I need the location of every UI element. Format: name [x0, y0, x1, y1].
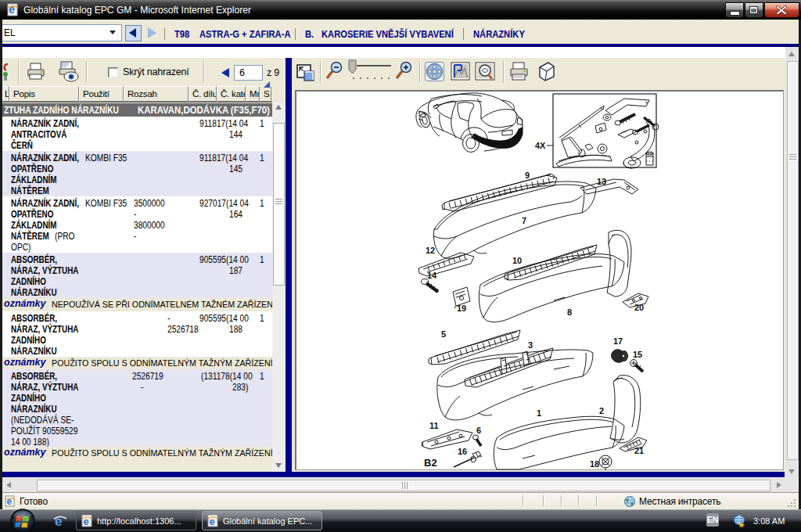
svg-text:6: 6 — [476, 426, 481, 435]
svg-text:20: 20 — [634, 303, 644, 312]
svg-text:8: 8 — [567, 307, 572, 317]
svg-text:16: 16 — [458, 447, 467, 456]
svg-text:2: 2 — [599, 406, 604, 415]
svg-text:15: 15 — [633, 350, 642, 359]
svg-text:11: 11 — [429, 421, 439, 430]
svg-text:5: 5 — [441, 329, 446, 339]
svg-text:e: e — [9, 3, 15, 16]
svg-text:12: 12 — [426, 246, 435, 255]
svg-text:18: 18 — [590, 459, 599, 469]
svg-text:10: 10 — [512, 256, 522, 265]
svg-text:3: 3 — [528, 340, 533, 350]
svg-text:4X: 4X — [535, 141, 546, 150]
svg-text:1: 1 — [537, 408, 541, 418]
svg-text:21: 21 — [634, 446, 644, 455]
svg-text:19: 19 — [457, 304, 466, 313]
svg-text:9: 9 — [525, 171, 530, 180]
svg-text:B2: B2 — [424, 457, 437, 469]
svg-text:13: 13 — [597, 177, 606, 186]
svg-text:e: e — [55, 514, 62, 528]
svg-text:14: 14 — [427, 271, 437, 280]
svg-text:17: 17 — [613, 336, 623, 346]
svg-text:7: 7 — [522, 216, 526, 225]
